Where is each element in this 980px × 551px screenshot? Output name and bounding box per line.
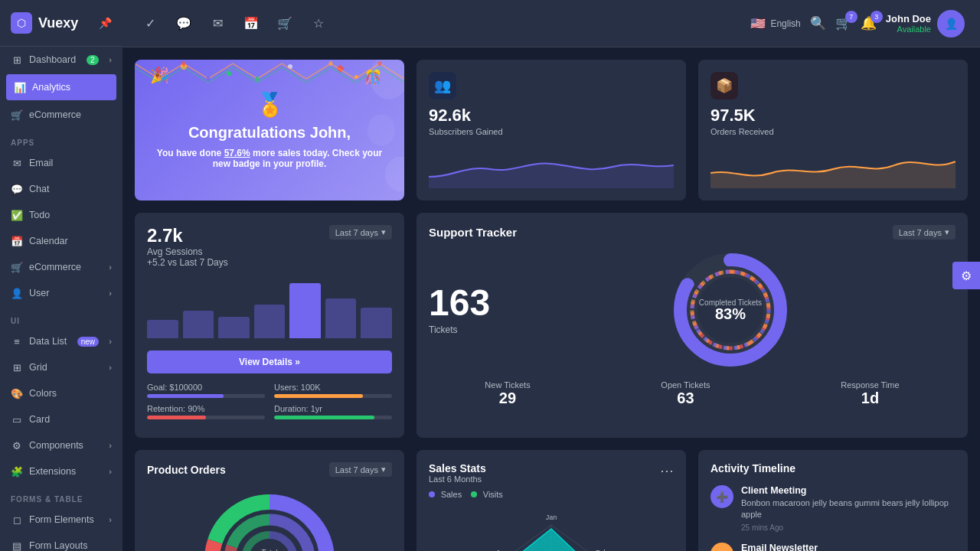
- chevron-datalist-icon: ›: [109, 337, 112, 346]
- sidebar-item-ecommerce[interactable]: 🛒 eCommerce: [0, 102, 122, 128]
- user-menu[interactable]: John Doe Available 👤: [886, 10, 965, 37]
- sessions-progress-group: Goal: $100000 Users: 100K Retention: 90%…: [147, 383, 392, 425]
- dashboard-badge: 2: [87, 55, 99, 65]
- language-switcher[interactable]: 🇺🇸 English: [750, 16, 800, 31]
- chevron-icon: ›: [109, 55, 112, 64]
- sidebar-item-todo[interactable]: ✅ Todo: [0, 202, 122, 228]
- sidebar-item-label-calendar: Calendar: [29, 236, 68, 246]
- sales-subtitle: Last 6 Months: [429, 474, 486, 484]
- notification-count-badge: 3: [871, 11, 883, 23]
- chevron-product-icon: ▾: [381, 465, 386, 474]
- session-bar-3: [254, 305, 286, 338]
- cart-count-badge: 7: [845, 11, 858, 23]
- sessions-header: 2.7k Avg Sessions +5.2 vs Last 7 Days La…: [147, 225, 392, 268]
- svg-point-0: [158, 77, 162, 81]
- sidebar-item-label-email: Email: [29, 158, 53, 168]
- search-button[interactable]: 🔍: [810, 15, 826, 31]
- sidebar-item-calendar[interactable]: 📅 Calendar: [0, 228, 122, 254]
- support-ticket-count: 163 Tickets: [429, 285, 490, 335]
- star-icon[interactable]: ☆: [306, 11, 331, 36]
- activity-title: Activity Timeline: [710, 462, 956, 474]
- sidebar-item-label-ecommerce2: eCommerce: [29, 262, 81, 272]
- sidebar-item-datalist[interactable]: ≡ Data List new ›: [0, 328, 122, 354]
- product-orders-title: Product Orders: [147, 464, 226, 476]
- svg-text:83%: 83%: [715, 305, 746, 322]
- sidebar-item-user[interactable]: 👤 User ›: [0, 280, 122, 306]
- activity-timeline-card: Activity Timeline ➕ Client Meeting Bonbo…: [698, 450, 968, 551]
- analytics-icon: 📊: [14, 81, 26, 93]
- sidebar-item-label-card: Card: [29, 414, 50, 425]
- subscribers-label: Subscribers Gained: [429, 127, 503, 136]
- progress-retention: Retention: 90%: [147, 404, 265, 419]
- main-area: ✓ 💬 ✉ 📅 🛒 ☆ 🇺🇸 English 🔍 🛒 7 🔔 3: [122, 0, 980, 551]
- sidebar-pin-icon[interactable]: 📌: [99, 17, 112, 29]
- congratulations-card: 🎉 🎊: [135, 60, 404, 201]
- svg-point-2: [207, 77, 211, 81]
- datalist-new-badge: new: [77, 337, 99, 347]
- sales-legend-sales: Sales: [429, 488, 462, 500]
- sidebar-item-dashboard[interactable]: ⊞ Dashboard 2 ›: [0, 47, 122, 73]
- notifications-button[interactable]: 🔔 3: [861, 15, 877, 31]
- brand-name: Vuexy: [38, 15, 78, 31]
- user-details: John Doe Available: [886, 13, 931, 34]
- chat-icon: 💬: [11, 183, 23, 195]
- sidebar-item-label-datalist: Data List: [29, 336, 67, 347]
- sidebar-item-analytics[interactable]: 📊 Analytics: [6, 74, 116, 100]
- user-status: Available: [886, 24, 931, 34]
- sidebar-item-label-colors: Colors: [29, 388, 57, 399]
- chevron-comp-icon: ›: [109, 441, 112, 450]
- user-avatar[interactable]: 👤: [937, 10, 965, 37]
- sidebar-item-email[interactable]: ✉ Email: [0, 150, 122, 176]
- product-orders-card: Product Orders Last 7 days ▾: [135, 450, 404, 551]
- sidebar: ⬡ Vuexy 📌 ⊞ Dashboard 2 › 📊 Analytics 🛒 …: [0, 0, 122, 551]
- orders-mini-chart: [710, 142, 956, 188]
- sidebar-item-card[interactable]: ▭ Card: [0, 406, 122, 432]
- settings-fab[interactable]: ⚙: [952, 262, 980, 289]
- sales-dot: [429, 491, 435, 497]
- svg-point-3: [256, 77, 260, 81]
- session-bar-0: [147, 320, 178, 338]
- support-donut-chart: Completed Tickets 83%: [505, 249, 956, 371]
- email-newsletter-icon: ✉: [710, 543, 733, 551]
- mail-icon[interactable]: ✉: [205, 11, 230, 36]
- orders-value: 97.5K: [710, 106, 774, 126]
- sidebar-item-form-layouts[interactable]: ▤ Form Layouts: [0, 533, 122, 551]
- view-details-button[interactable]: View Details »: [147, 350, 392, 373]
- product-dropdown[interactable]: Last 7 days ▾: [329, 462, 392, 477]
- sessions-bar-chart: [147, 277, 392, 338]
- form-layouts-icon: ▤: [11, 540, 23, 551]
- cart-topbar-icon[interactable]: 🛒: [273, 11, 297, 36]
- sales-stats-card: Sales Stats Last 6 Months ⋯ Sales Visits: [416, 450, 686, 551]
- sidebar-item-form-elements[interactable]: ◻ Form Elements ›: [0, 507, 122, 533]
- open-tickets-stat: Open Tickets 63: [661, 380, 710, 407]
- sidebar-item-label-dashboard: Dashboard: [29, 54, 76, 65]
- checklist-icon[interactable]: ✓: [138, 11, 162, 36]
- support-tracker-header: Support Tracker Last 7 days ▾: [429, 225, 956, 240]
- sales-more-icon[interactable]: ⋯: [660, 462, 674, 479]
- chat-topbar-icon[interactable]: 💬: [172, 11, 196, 36]
- sidebar-logo: ⬡ Vuexy 📌: [0, 0, 122, 47]
- chevron-formel-icon: ›: [109, 515, 112, 524]
- progress-users: Users: 100K: [274, 383, 392, 398]
- session-bar-1: [183, 311, 214, 338]
- topbar-right: 🇺🇸 English 🔍 🛒 7 🔔 3 John Doe Available …: [750, 10, 965, 37]
- sidebar-item-ecommerce2[interactable]: 🛒 eCommerce ›: [0, 254, 122, 280]
- timeline-item-client-meeting: ➕ Client Meeting Bonbon macaroon jelly b…: [710, 485, 956, 532]
- sales-highlight: 57.6%: [224, 148, 250, 158]
- sidebar-item-colors[interactable]: 🎨 Colors: [0, 380, 122, 406]
- calendar-topbar-icon[interactable]: 📅: [239, 11, 263, 36]
- sidebar-item-chat[interactable]: 💬 Chat: [0, 176, 122, 202]
- svg-point-1: [182, 61, 186, 66]
- sales-title: Sales Stats: [429, 462, 486, 474]
- cart-button[interactable]: 🛒 7: [835, 15, 851, 31]
- main-content: 🎉 🎊: [122, 47, 980, 551]
- sidebar-item-extensions[interactable]: 🧩 Extensions ›: [0, 458, 122, 484]
- client-meeting-content: Client Meeting Bonbon macaroon jelly bea…: [741, 485, 956, 532]
- sidebar-item-grid[interactable]: ⊞ Grid ›: [0, 354, 122, 380]
- product-orders-header: Product Orders Last 7 days ▾: [147, 462, 392, 477]
- sidebar-item-components[interactable]: ⚙ Components ›: [0, 432, 122, 458]
- ecommerce-icon: 🛒: [11, 109, 23, 121]
- sessions-dropdown[interactable]: Last 7 days ▾: [329, 225, 392, 240]
- support-dropdown[interactable]: Last 7 days ▾: [893, 225, 956, 240]
- email-newsletter-content: Email Newsletter Cupcake gummi bears sou…: [741, 543, 956, 551]
